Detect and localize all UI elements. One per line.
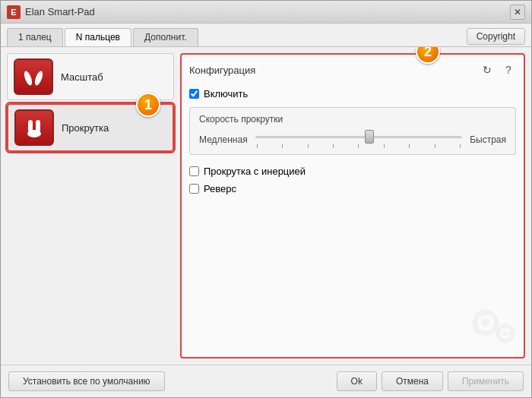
tick [409, 144, 410, 148]
svg-point-3 [33, 70, 44, 87]
tick [435, 144, 435, 148]
reset-defaults-button[interactable]: Установить все по умолчанию [8, 371, 165, 391]
svg-rect-20 [503, 339, 507, 343]
svg-point-8 [482, 319, 489, 327]
refresh-icon[interactable]: ↻ [480, 62, 495, 77]
title-bar: E Elan Smart-Pad ✕ [1, 1, 531, 24]
tick [460, 144, 461, 148]
tick [282, 144, 283, 148]
copyright-button[interactable]: Copyright [467, 28, 525, 45]
cancel-button[interactable]: Отмена [382, 371, 443, 391]
tabs-container: 1 палец N пальцев Дополнит. [7, 28, 198, 46]
inertia-row: Прокрутка с инерцией [189, 166, 516, 177]
config-header-icons: ↻ ? [480, 62, 516, 77]
svg-rect-9 [483, 309, 488, 315]
tab-one-finger[interactable]: 1 палец [7, 28, 63, 46]
tab-n-fingers[interactable]: N пальцев [65, 28, 131, 46]
tick [358, 144, 359, 148]
tick [308, 144, 309, 148]
tick [384, 144, 385, 148]
gesture-icon-zoom [14, 58, 53, 95]
slider-background [255, 136, 463, 138]
inertia-label: Прокрутка с инерцией [204, 166, 306, 177]
slider-track[interactable] [255, 131, 463, 143]
svg-text:E: E [11, 8, 16, 17]
footer: Установить все по умолчанию Ok Отмена Пр… [1, 365, 531, 397]
slider-thumb[interactable] [365, 130, 374, 144]
svg-rect-22 [509, 331, 514, 335]
slider-row: Медленная [199, 131, 506, 148]
footer-right: Ok Отмена Применить [337, 371, 524, 391]
svg-rect-12 [493, 321, 499, 325]
tick [333, 144, 334, 148]
reverse-checkbox[interactable] [189, 184, 199, 194]
apply-button[interactable]: Применить [448, 371, 524, 391]
left-panel: Масштаб 1 Прокр [7, 53, 174, 359]
scroll-gesture-svg [21, 114, 48, 141]
config-header: Конфигурация ↻ ? [189, 62, 516, 77]
svg-point-18 [503, 331, 508, 336]
right-panel: 2 Конфигурация ↻ ? Включить Скор [180, 53, 525, 359]
zoom-gesture-svg [20, 63, 47, 90]
close-button[interactable]: ✕ [510, 5, 525, 20]
tick [257, 144, 258, 148]
reverse-row: Реверс [189, 183, 516, 194]
main-content: Масштаб 1 Прокр [1, 47, 531, 365]
gesture-label-zoom: Масштаб [61, 71, 103, 83]
enable-row: Включить [189, 88, 516, 100]
reverse-label: Реверс [204, 183, 236, 194]
badge-1: 1 [136, 93, 160, 117]
scroll-speed-section: Скорость прокрутки Медленная [189, 107, 516, 155]
window-title: Elan Smart-Pad [25, 6, 95, 17]
app-icon: E [7, 5, 21, 19]
tab-additional[interactable]: Дополнит. [133, 28, 198, 46]
main-window: E Elan Smart-Pad ✕ 1 палец N пальцев Доп… [0, 0, 532, 398]
slider-container [255, 131, 463, 148]
enable-checkbox[interactable] [189, 89, 199, 99]
option-checkboxes: Прокрутка с инерцией Реверс [189, 166, 516, 194]
svg-point-6 [27, 130, 41, 137]
footer-left: Установить все по умолчанию [8, 371, 165, 391]
help-icon[interactable]: ? [501, 62, 516, 77]
scroll-speed-label: Скорость прокрутки [199, 114, 506, 125]
svg-rect-21 [496, 331, 500, 335]
svg-rect-19 [503, 324, 507, 328]
gesture-label-scroll: Прокрутка [62, 122, 109, 134]
title-bar-left: E Elan Smart-Pad [7, 5, 95, 19]
tabs-row: 1 палец N пальцев Дополнит. Copyright [1, 24, 531, 47]
inertia-checkbox[interactable] [189, 166, 199, 176]
slider-max-label: Быстрая [470, 134, 506, 145]
svg-point-2 [23, 70, 33, 87]
gear-svg [461, 292, 522, 353]
svg-rect-10 [483, 330, 488, 336]
config-title: Конфигурация [189, 65, 255, 76]
slider-ticks [255, 144, 463, 148]
slider-min-label: Медленная [199, 134, 248, 145]
svg-rect-11 [472, 321, 478, 325]
gesture-icon-scroll [14, 109, 54, 146]
ok-button[interactable]: Ok [337, 371, 377, 391]
enable-label: Включить [204, 88, 248, 100]
gear-decoration [461, 292, 522, 355]
